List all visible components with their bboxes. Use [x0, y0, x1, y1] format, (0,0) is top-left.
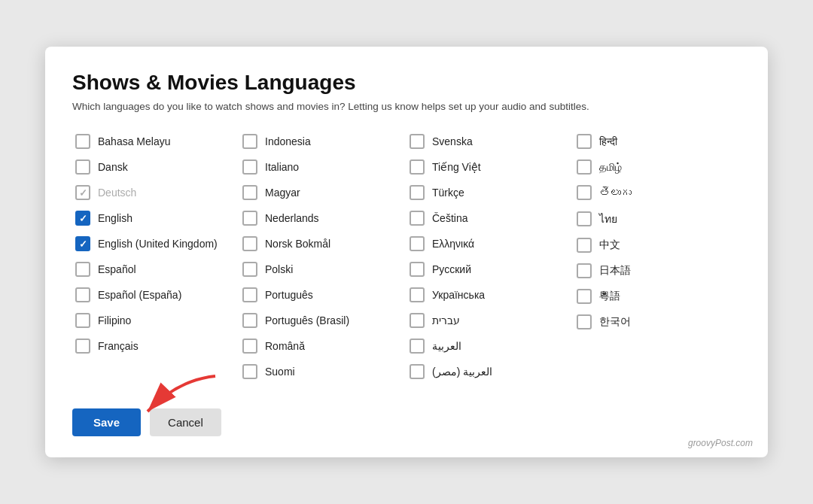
language-label: Suomi — [265, 366, 295, 378]
language-label: Filipino — [98, 314, 131, 326]
language-checkbox[interactable] — [410, 185, 425, 200]
cancel-button[interactable]: Cancel — [150, 408, 221, 436]
languages-grid: Bahasa MelayuDansk✓Deutsch✓English✓Engli… — [72, 129, 741, 384]
language-checkbox[interactable] — [410, 339, 425, 354]
language-item[interactable]: Français — [72, 333, 239, 359]
language-checkbox[interactable] — [577, 238, 592, 253]
language-checkbox[interactable] — [75, 262, 90, 277]
language-label: Bahasa Melayu — [98, 135, 171, 147]
language-checkbox[interactable] — [242, 159, 257, 175]
language-item[interactable]: Português (Brasil) — [239, 308, 406, 333]
language-item[interactable]: Українська — [406, 282, 574, 308]
language-checkbox[interactable] — [75, 159, 90, 175]
language-item[interactable]: Nederlands — [239, 205, 406, 231]
language-item[interactable]: Português — [239, 282, 406, 308]
language-item[interactable]: Filipino — [72, 308, 239, 333]
language-label: English (United Kingdom) — [98, 238, 218, 250]
language-label: Português (Brasil) — [265, 314, 349, 326]
dialog-subtitle: Which languages do you like to watch sho… — [72, 101, 741, 112]
language-label: English — [98, 212, 132, 224]
language-label: Español — [98, 263, 136, 275]
language-checkbox[interactable]: ✓ — [75, 185, 90, 200]
language-label: தமிழ் — [599, 161, 622, 174]
language-checkbox[interactable] — [410, 313, 425, 328]
language-checkbox[interactable] — [242, 134, 257, 149]
language-label: Ελληνικά — [432, 238, 474, 250]
language-column: Bahasa MelayuDansk✓Deutsch✓English✓Engli… — [72, 129, 239, 384]
language-checkbox[interactable] — [410, 159, 425, 175]
language-item[interactable]: Русский — [406, 257, 574, 282]
language-checkbox[interactable] — [242, 313, 257, 328]
language-checkbox[interactable] — [577, 289, 592, 304]
language-item[interactable]: తెలుగు — [574, 180, 741, 205]
language-item[interactable]: 中文 — [574, 232, 741, 258]
language-checkbox[interactable] — [242, 236, 257, 251]
language-item[interactable]: Tiếng Việt — [406, 154, 574, 180]
language-item[interactable]: தமிழ் — [574, 154, 741, 180]
language-checkbox[interactable] — [410, 364, 425, 379]
language-label: 粵語 — [599, 290, 620, 303]
language-checkbox[interactable] — [577, 134, 592, 149]
language-checkbox[interactable] — [75, 134, 90, 149]
language-column: IndonesiaItalianoMagyarNederlandsNorsk B… — [239, 129, 406, 384]
language-checkbox[interactable] — [242, 287, 257, 302]
language-label: Norsk Bokmål — [265, 238, 330, 250]
language-checkbox[interactable]: ✓ — [75, 211, 90, 226]
language-item[interactable]: Ελληνικά — [406, 231, 574, 257]
language-checkbox[interactable] — [242, 211, 257, 226]
language-item[interactable]: Türkçe — [406, 180, 574, 205]
language-checkbox[interactable] — [242, 185, 257, 200]
language-item[interactable]: Suomi — [239, 359, 406, 384]
language-checkbox[interactable] — [410, 211, 425, 226]
language-item[interactable]: 粵語 — [574, 284, 741, 309]
language-item[interactable]: 한국어 — [574, 309, 741, 335]
language-column: हिन्दीதமிழ்తెలుగుไทย中文日本語粵語한국어 — [574, 129, 741, 384]
language-label: Español (España) — [98, 289, 181, 301]
language-checkbox[interactable] — [75, 339, 90, 354]
language-item[interactable]: Polski — [239, 257, 406, 282]
language-item[interactable]: ไทย — [574, 205, 741, 232]
save-button[interactable]: Save — [72, 408, 141, 436]
language-label: Deutsch — [98, 187, 136, 199]
language-item[interactable]: Norsk Bokmål — [239, 231, 406, 257]
language-label: Nederlands — [265, 212, 319, 224]
language-checkbox[interactable] — [75, 287, 90, 302]
language-checkbox[interactable] — [577, 263, 592, 278]
language-checkbox[interactable] — [410, 262, 425, 277]
language-checkbox[interactable] — [410, 134, 425, 149]
language-item[interactable]: ✓Deutsch — [72, 180, 239, 205]
language-checkbox[interactable]: ✓ — [75, 236, 90, 251]
language-item[interactable]: Svenska — [406, 129, 574, 154]
language-checkbox[interactable] — [410, 236, 425, 251]
language-checkbox[interactable] — [75, 313, 90, 328]
language-checkbox[interactable] — [577, 159, 592, 175]
language-item[interactable]: Español (España) — [72, 282, 239, 308]
language-item[interactable]: Indonesia — [239, 129, 406, 154]
language-item[interactable]: Dansk — [72, 154, 239, 180]
language-item[interactable]: ✓English — [72, 205, 239, 231]
language-checkbox[interactable] — [242, 364, 257, 379]
language-item[interactable]: Español — [72, 257, 239, 282]
language-item[interactable]: Magyar — [239, 180, 406, 205]
footer: Save Cancel — [72, 408, 741, 436]
language-item[interactable]: 日本語 — [574, 258, 741, 284]
language-checkbox[interactable] — [242, 262, 257, 277]
language-checkbox[interactable] — [577, 314, 592, 329]
language-item[interactable]: العربية (مصر) — [406, 359, 574, 384]
language-item[interactable]: हिन्दी — [574, 129, 741, 154]
language-label: Українська — [432, 289, 485, 301]
language-checkbox[interactable] — [577, 185, 592, 200]
language-item[interactable]: Bahasa Melayu — [72, 129, 239, 154]
language-item[interactable]: ✓English (United Kingdom) — [72, 231, 239, 257]
language-item[interactable]: العربية — [406, 333, 574, 359]
language-label: ไทย — [599, 211, 617, 227]
language-item[interactable]: Čeština — [406, 205, 574, 231]
language-item[interactable]: Italiano — [239, 154, 406, 180]
language-item[interactable]: Română — [239, 333, 406, 359]
language-checkbox[interactable] — [242, 339, 257, 354]
language-checkbox[interactable] — [577, 211, 592, 226]
language-dialog: Shows & Movies Languages Which languages… — [45, 47, 768, 457]
language-column: SvenskaTiếng ViệtTürkçeČeštinaΕλληνικάРу… — [406, 129, 574, 384]
language-checkbox[interactable] — [410, 287, 425, 302]
language-item[interactable]: עברית — [406, 308, 574, 333]
